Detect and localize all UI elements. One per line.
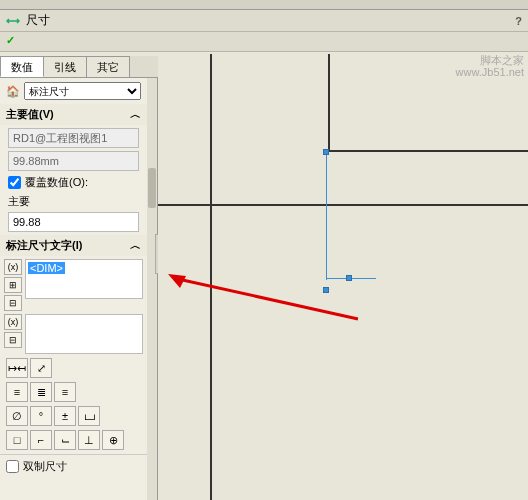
axis-horizontal — [158, 204, 528, 206]
angle-button[interactable]: ⤢ — [30, 358, 52, 378]
remove-line-button[interactable]: ⊟ — [4, 295, 22, 311]
axis-vertical — [210, 54, 212, 500]
more-symbols-button[interactable]: ⊕ — [102, 430, 124, 450]
chevron-up-icon[interactable]: ︿ — [130, 107, 141, 122]
confirm-row: ✓ — [0, 32, 528, 52]
dimtext-input-1[interactable]: <DIM> — [25, 259, 143, 299]
symbol-row-2: □ ⌐ ⌙ ⊥ ⊕ — [6, 430, 141, 450]
panel-title: 尺寸 — [26, 12, 515, 29]
align-center-button[interactable]: ≣ — [30, 382, 52, 402]
dimension-arrow-handle[interactable] — [346, 275, 352, 281]
override-value-field[interactable] — [8, 212, 139, 232]
scroll-area: 🏠 标注尺寸 主要值(V) ︿ 覆盖数值(O): 主要 标注尺寸文字(I) ︿ … — [0, 78, 147, 500]
override-checkbox[interactable] — [8, 176, 21, 189]
ok-button[interactable]: ✓ — [6, 34, 15, 46]
dimension-handle[interactable] — [323, 287, 329, 293]
svg-line-0 — [178, 279, 358, 319]
add-line-button[interactable]: ⊞ — [4, 277, 22, 293]
dimtext-header[interactable]: 标注尺寸文字(I) ︿ — [0, 235, 147, 256]
part-outline — [328, 54, 528, 152]
counterbore-button[interactable]: ⌴ — [78, 406, 100, 426]
square-button[interactable]: □ — [6, 430, 28, 450]
panel-title-row: 尺寸 ? — [0, 10, 528, 32]
perp-button[interactable]: ⊥ — [78, 430, 100, 450]
spacing-row: ↦↤ ⤢ — [6, 358, 141, 378]
dual-dim-checkbox[interactable] — [6, 460, 19, 473]
align-left-button[interactable]: ≡ — [6, 382, 28, 402]
annotation-arrow — [168, 274, 368, 324]
dimtext-selection: <DIM> — [28, 262, 65, 274]
primary-header-label: 主要值(V) — [6, 107, 54, 122]
primary-sublabel: 主要 — [8, 194, 139, 209]
dimension-handle[interactable] — [323, 149, 329, 155]
depth2-button[interactable]: ⌙ — [54, 430, 76, 450]
align-right-button[interactable]: ≡ — [54, 382, 76, 402]
dimension-value-field[interactable] — [8, 151, 139, 171]
drawing-canvas[interactable]: 脚本之家www.Jb51.net — [158, 54, 528, 500]
fit-button[interactable]: ↦↤ — [6, 358, 28, 378]
dimtext-area-1: (x) ⊞ ⊟ <DIM> — [4, 259, 143, 311]
dimtext-area-2: (x) ⊟ — [4, 314, 143, 354]
primary-header[interactable]: 主要值(V) ︿ — [0, 104, 147, 125]
insert-var-button[interactable]: (x) — [4, 259, 22, 275]
dual-dim-label: 双制尺寸 — [23, 459, 67, 474]
style-select[interactable]: 标注尺寸 — [24, 82, 141, 100]
degree-button[interactable]: ° — [30, 406, 52, 426]
diameter-button[interactable]: ∅ — [6, 406, 28, 426]
svg-marker-1 — [168, 274, 186, 288]
dimension-icon — [6, 14, 20, 28]
help-button[interactable]: ? — [515, 15, 522, 27]
property-panel: 🏠 标注尺寸 主要值(V) ︿ 覆盖数值(O): 主要 标注尺寸文字(I) ︿ … — [0, 78, 158, 500]
dimtext-header-label: 标注尺寸文字(I) — [6, 238, 82, 253]
dimtext-input-2[interactable] — [25, 314, 143, 354]
chevron-up-icon[interactable]: ︿ — [130, 238, 141, 253]
vertical-scrollbar[interactable] — [147, 78, 157, 500]
insert-var-button-2[interactable]: (x) — [4, 314, 22, 330]
style-row: 🏠 标注尺寸 — [0, 78, 147, 104]
tab-leader[interactable]: 引线 — [43, 56, 87, 77]
tab-value[interactable]: 数值 — [0, 56, 44, 77]
menu-bar-fragment — [0, 0, 528, 10]
scrollbar-thumb[interactable] — [148, 168, 156, 208]
override-label: 覆盖数值(O): — [25, 175, 88, 190]
dimension-line-v[interactable] — [326, 152, 327, 280]
dual-dim-row: 双制尺寸 — [0, 454, 147, 478]
tab-other[interactable]: 其它 — [86, 56, 130, 77]
style-icon: 🏠 — [6, 85, 20, 98]
remove-line-button-2[interactable]: ⊟ — [4, 332, 22, 348]
plusminus-button[interactable]: ± — [54, 406, 76, 426]
symbol-row-1: ∅ ° ± ⌴ — [6, 406, 141, 426]
dimension-name-field[interactable] — [8, 128, 139, 148]
align-row: ≡ ≣ ≡ — [6, 382, 141, 402]
depth1-button[interactable]: ⌐ — [30, 430, 52, 450]
